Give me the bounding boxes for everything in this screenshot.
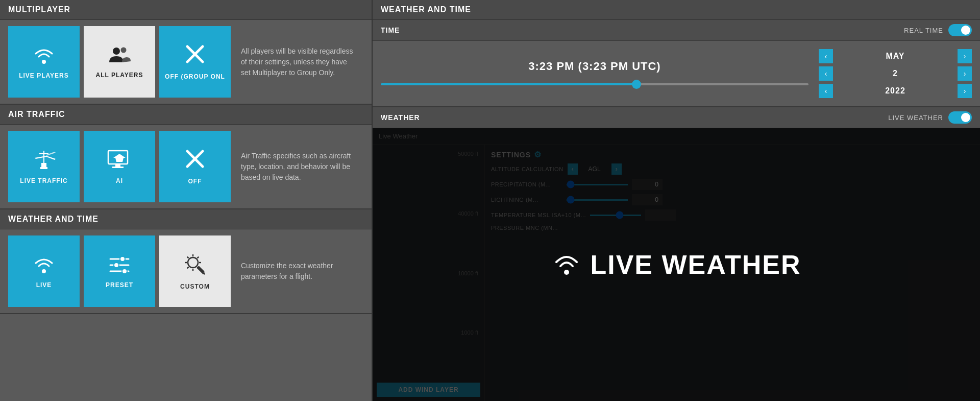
atc-icon bbox=[32, 149, 56, 172]
live-players-button[interactable]: LIVE PLAYERS bbox=[8, 26, 80, 98]
svg-rect-6 bbox=[40, 167, 47, 169]
time-label: TIME bbox=[381, 26, 400, 34]
svg-point-1 bbox=[113, 48, 120, 55]
air-traffic-section: AIR TRAFFIC bbox=[0, 105, 372, 209]
group-icon bbox=[107, 45, 132, 66]
svg-point-24 bbox=[122, 269, 127, 273]
live-traffic-label: LIVE TRAFFIC bbox=[20, 177, 67, 184]
live-weather-broadcast-icon bbox=[551, 248, 582, 282]
svg-point-0 bbox=[42, 60, 46, 64]
off-label: OFF bbox=[188, 178, 202, 185]
svg-marker-9 bbox=[46, 156, 56, 160]
month-prev-button[interactable]: ‹ bbox=[819, 49, 833, 63]
month-next-button[interactable]: › bbox=[958, 49, 972, 63]
live-weather-toggle-label: LIVE WEATHER bbox=[888, 114, 943, 122]
year-prev-button[interactable]: ‹ bbox=[819, 84, 833, 98]
day-row: ‹ 2 › bbox=[819, 66, 972, 81]
monitor-plane-icon bbox=[107, 149, 132, 172]
all-players-button[interactable]: ALL PLAYERS bbox=[84, 26, 155, 98]
multiplayer-buttons: LIVE PLAYERS ALL PLAYERS bbox=[8, 26, 231, 98]
svg-line-32 bbox=[198, 257, 199, 258]
day-prev-button[interactable]: ‹ bbox=[819, 66, 833, 81]
right-panel-header: WEATHER AND TIME bbox=[373, 0, 980, 20]
time-header-row: TIME REAL TIME bbox=[373, 20, 980, 41]
weather-toggle-switch[interactable] bbox=[948, 111, 972, 124]
ai-label: AI bbox=[116, 177, 123, 184]
realtime-label: REAL TIME bbox=[904, 27, 943, 34]
svg-point-20 bbox=[120, 256, 125, 262]
right-panel: WEATHER AND TIME TIME REAL TIME 3:23 PM … bbox=[373, 0, 980, 401]
live-wifi-icon bbox=[33, 254, 55, 276]
month-row: ‹ MAY › bbox=[819, 49, 972, 63]
time-value: 3:23 PM (3:23 PM UTC) bbox=[528, 60, 660, 73]
weather-time-description: Customize the exact weather parameters f… bbox=[231, 235, 363, 307]
off-traffic-button[interactable]: OFF bbox=[159, 131, 231, 202]
weather-section: WEATHER LIVE WEATHER Live Weather 50000 … bbox=[373, 107, 980, 401]
weather-label: WEATHER bbox=[381, 113, 420, 122]
weather-toggle-row: LIVE WEATHER bbox=[888, 111, 972, 124]
svg-line-33 bbox=[187, 267, 189, 269]
live-weather-button[interactable]: LIVE bbox=[8, 235, 80, 307]
weather-time-section: WEATHER AND TIME LIVE bbox=[0, 209, 372, 314]
time-slider[interactable] bbox=[381, 83, 808, 85]
time-section: TIME REAL TIME 3:23 PM (3:23 PM UTC) ‹ M… bbox=[373, 20, 980, 107]
air-traffic-header: AIR TRAFFIC bbox=[0, 105, 372, 125]
multiplayer-description: All players will be visible regardless o… bbox=[231, 26, 363, 98]
year-row: ‹ 2022 › bbox=[819, 84, 972, 98]
svg-point-2 bbox=[121, 48, 127, 53]
live-weather-text: LIVE WEATHER bbox=[590, 249, 801, 280]
time-display: 3:23 PM (3:23 PM UTC) bbox=[381, 60, 808, 87]
realtime-toggle-switch[interactable] bbox=[948, 24, 972, 36]
year-value: 2022 bbox=[836, 86, 954, 96]
off-group-label: OFF (GROUP ONL bbox=[165, 73, 225, 80]
preset-button[interactable]: PRESET bbox=[84, 235, 155, 307]
svg-marker-15 bbox=[113, 154, 126, 162]
live-weather-overlay: LIVE WEATHER bbox=[373, 128, 980, 401]
sliders-icon bbox=[108, 254, 131, 276]
time-body: 3:23 PM (3:23 PM UTC) ‹ MAY › ‹ 2 › bbox=[373, 41, 980, 106]
svg-point-25 bbox=[188, 257, 198, 268]
realtime-toggle-row: REAL TIME bbox=[904, 24, 972, 36]
custom-button[interactable]: CUSTOM bbox=[159, 235, 231, 307]
svg-marker-11 bbox=[35, 156, 46, 159]
air-traffic-buttons: LIVE TRAFFIC AI bbox=[8, 131, 231, 202]
live-weather-badge: LIVE WEATHER bbox=[551, 248, 801, 282]
month-value: MAY bbox=[836, 52, 954, 61]
weather-content: Live Weather 50000 ft 40000 ft 10000 ft … bbox=[373, 128, 980, 401]
wifi-icon bbox=[33, 44, 55, 67]
multiplayer-content: LIVE PLAYERS ALL PLAYERS bbox=[0, 20, 372, 104]
all-players-label: ALL PLAYERS bbox=[95, 72, 143, 79]
svg-point-22 bbox=[114, 263, 119, 268]
x-icon bbox=[184, 43, 206, 68]
ai-button[interactable]: AI bbox=[84, 131, 155, 202]
svg-rect-13 bbox=[115, 164, 120, 167]
weather-time-header: WEATHER AND TIME bbox=[0, 209, 372, 229]
left-panel: MULTIPLAYER LIVE PLAYERS bbox=[0, 0, 373, 401]
off-group-button[interactable]: OFF (GROUP ONL bbox=[159, 26, 231, 98]
date-controls: ‹ MAY › ‹ 2 › ‹ 2022 › bbox=[819, 49, 972, 98]
multiplayer-section: MULTIPLAYER LIVE PLAYERS bbox=[0, 0, 372, 105]
live-players-label: LIVE PLAYERS bbox=[19, 72, 69, 79]
year-next-button[interactable]: › bbox=[958, 84, 972, 98]
day-value: 2 bbox=[836, 69, 954, 78]
x-off-icon bbox=[184, 148, 206, 173]
svg-point-18 bbox=[42, 269, 46, 273]
custom-label: CUSTOM bbox=[180, 283, 210, 290]
live-label: LIVE bbox=[36, 281, 52, 289]
day-next-button[interactable]: › bbox=[958, 66, 972, 81]
time-slider-container bbox=[381, 78, 808, 87]
svg-rect-14 bbox=[112, 167, 124, 168]
svg-point-36 bbox=[564, 270, 569, 275]
sun-pencil-icon bbox=[183, 252, 207, 278]
air-traffic-description: Air Traffic specifics such as aircraft t… bbox=[231, 131, 363, 202]
svg-line-30 bbox=[187, 257, 189, 258]
multiplayer-header: MULTIPLAYER bbox=[0, 0, 372, 20]
svg-rect-34 bbox=[197, 266, 205, 274]
weather-header-row: WEATHER LIVE WEATHER bbox=[373, 107, 980, 128]
weather-time-buttons: LIVE PRESET bbox=[8, 235, 231, 307]
air-traffic-content: LIVE TRAFFIC AI bbox=[0, 125, 372, 208]
preset-label: PRESET bbox=[106, 281, 133, 289]
live-traffic-button[interactable]: LIVE TRAFFIC bbox=[8, 131, 80, 202]
weather-time-content: LIVE PRESET bbox=[0, 229, 372, 313]
